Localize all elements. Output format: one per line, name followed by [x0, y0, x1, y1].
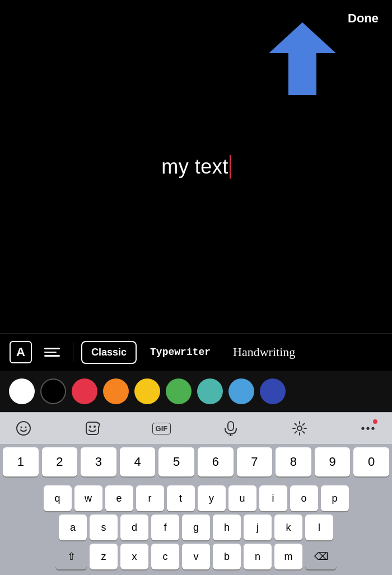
keyboard-toolbar: GIF ••• — [0, 412, 392, 444]
letter-row-1: q w e r t y u i o p — [44, 485, 349, 511]
align-icon — [41, 344, 63, 360]
key-b[interactable]: b — [213, 544, 241, 569]
mic-button[interactable] — [218, 417, 243, 440]
key-delete[interactable]: ⌫ — [305, 544, 337, 569]
key-m[interactable]: m — [274, 544, 302, 569]
style-handwriting-button[interactable]: Handwriting — [224, 340, 304, 364]
color-green[interactable] — [166, 378, 192, 404]
key-n[interactable]: n — [244, 544, 272, 569]
key-7[interactable]: 7 — [237, 447, 273, 476]
more-button[interactable]: ••• — [356, 417, 381, 440]
letter-row-3: ⇧ z x c v b n m ⌫ — [55, 544, 337, 569]
key-g[interactable]: g — [182, 515, 210, 540]
font-toolbar: A Classic Typewriter Handwriting — [0, 333, 392, 371]
color-black[interactable] — [40, 378, 66, 404]
key-e[interactable]: e — [105, 485, 133, 511]
key-6[interactable]: 6 — [198, 447, 234, 476]
key-l[interactable]: l — [305, 515, 333, 540]
mic-icon — [223, 420, 238, 436]
font-a-icon: A — [10, 341, 32, 363]
color-light-blue[interactable] — [228, 378, 254, 404]
key-1[interactable]: 1 — [3, 447, 39, 476]
key-w[interactable]: w — [74, 485, 102, 511]
text-cursor — [230, 155, 231, 179]
align-line-3 — [44, 355, 60, 357]
color-white[interactable] — [9, 378, 35, 404]
key-shift[interactable]: ⇧ — [55, 544, 87, 569]
key-9[interactable]: 9 — [315, 447, 351, 476]
key-u[interactable]: u — [228, 485, 256, 511]
font-style-options: Classic Typewriter Handwriting — [81, 340, 384, 364]
key-x[interactable]: x — [120, 544, 148, 569]
key-4[interactable]: 4 — [120, 447, 156, 476]
color-teal[interactable] — [197, 378, 223, 404]
canvas-text: my text — [161, 155, 228, 179]
font-a-button[interactable]: A — [8, 339, 34, 365]
key-r[interactable]: r — [136, 485, 164, 511]
more-icon: ••• — [361, 422, 376, 435]
letter-row-2: a s d f g h j k l — [59, 515, 333, 540]
key-k[interactable]: k — [274, 515, 302, 540]
key-5[interactable]: 5 — [158, 447, 194, 476]
key-o[interactable]: o — [290, 485, 318, 511]
align-line-2 — [44, 352, 57, 353]
key-i[interactable]: i — [259, 485, 287, 511]
key-v[interactable]: v — [182, 544, 210, 569]
notification-dot — [373, 419, 377, 424]
key-d[interactable]: d — [120, 515, 148, 540]
key-3[interactable]: 3 — [81, 447, 116, 476]
emoji-icon — [16, 420, 31, 436]
style-classic-button[interactable]: Classic — [81, 341, 137, 364]
color-orange[interactable] — [103, 378, 129, 404]
gif-label: GIF — [152, 423, 171, 434]
toolbar-divider — [73, 342, 73, 362]
key-0[interactable]: 0 — [353, 447, 389, 476]
svg-point-2 — [21, 427, 22, 428]
settings-button[interactable] — [287, 417, 312, 440]
text-display-area: my text — [161, 155, 231, 179]
align-line-1 — [44, 348, 60, 349]
svg-point-3 — [25, 427, 27, 428]
color-yellow[interactable] — [134, 378, 160, 404]
sticker-icon — [85, 420, 100, 436]
svg-marker-0 — [269, 22, 336, 95]
done-button[interactable]: Done — [348, 11, 379, 26]
key-h[interactable]: h — [213, 515, 241, 540]
svg-point-6 — [94, 426, 96, 428]
emoji-button[interactable] — [11, 417, 36, 440]
key-a[interactable]: a — [59, 515, 87, 540]
key-8[interactable]: 8 — [276, 447, 311, 476]
svg-point-1 — [17, 422, 30, 435]
color-red[interactable] — [72, 378, 97, 404]
key-p[interactable]: p — [321, 485, 349, 511]
svg-point-5 — [89, 426, 91, 428]
letter-rows: q w e r t y u i o p a s d f g h j k l ⇧ … — [0, 480, 392, 575]
key-j[interactable]: j — [244, 515, 272, 540]
key-q[interactable]: q — [44, 485, 72, 511]
key-c[interactable]: c — [151, 544, 179, 569]
key-y[interactable]: y — [198, 485, 226, 511]
key-z[interactable]: z — [90, 544, 118, 569]
canvas-area: Done my text — [0, 0, 392, 333]
arrow-annotation — [258, 22, 336, 97]
text-align-button[interactable] — [39, 339, 65, 365]
color-picker — [0, 371, 392, 412]
font-a-label: A — [16, 345, 25, 359]
key-f[interactable]: f — [151, 515, 179, 540]
key-s[interactable]: s — [90, 515, 118, 540]
svg-rect-7 — [228, 422, 234, 431]
sticker-button[interactable] — [80, 417, 105, 440]
svg-point-10 — [297, 426, 302, 431]
number-row: 1 2 3 4 5 6 7 8 9 0 — [0, 444, 392, 480]
key-t[interactable]: t — [167, 485, 195, 511]
style-typewriter-button[interactable]: Typewriter — [141, 342, 220, 362]
settings-icon — [292, 420, 307, 436]
key-2[interactable]: 2 — [42, 447, 78, 476]
color-dark-blue[interactable] — [260, 378, 286, 404]
gif-button[interactable]: GIF — [149, 417, 174, 440]
